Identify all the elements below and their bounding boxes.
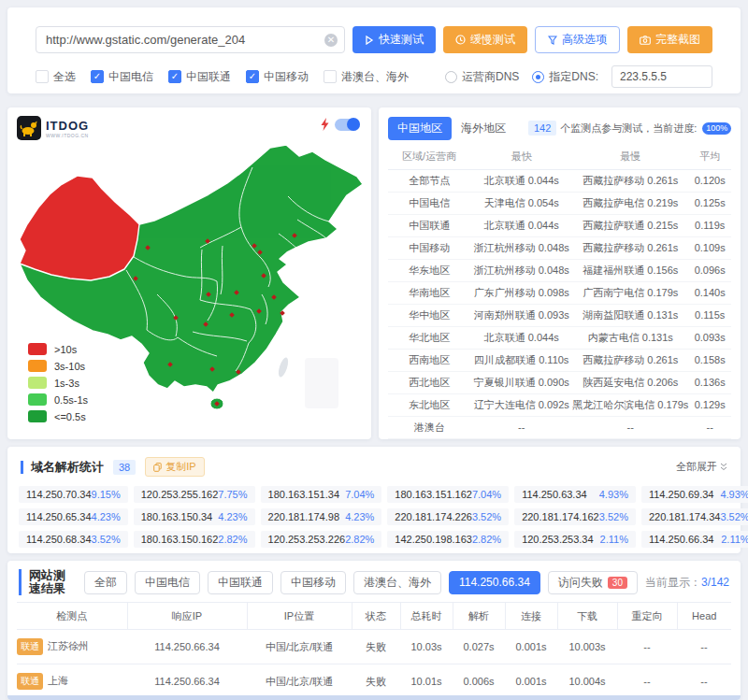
slow-test-button[interactable]: 缓慢测试 xyxy=(443,26,527,53)
dns-server-input[interactable] xyxy=(611,65,712,88)
dns-percent: 2.82% xyxy=(218,534,247,545)
dns-ip: 142.250.198.163 xyxy=(395,534,472,545)
region-table-row: 中国移动浙江杭州移动 0.048s西藏拉萨移动 0.261s0.109s xyxy=(388,236,731,259)
dns-ip-cell[interactable]: 114.250.69.344.93% xyxy=(641,486,748,503)
checkbox-item[interactable]: ✓中国移动 xyxy=(246,69,309,85)
dns-ip-cell[interactable]: 120.253.253.342.11% xyxy=(514,531,636,548)
status-cell: 失败 xyxy=(352,664,400,699)
legend-label: 3s-10s xyxy=(54,361,85,372)
radio-specified-dns[interactable]: 指定DNS: xyxy=(532,69,598,85)
dns-ip: 180.163.150.34 xyxy=(141,511,212,522)
speed-tab-访问失败[interactable]: 访问失败30 xyxy=(548,571,638,594)
region-table-row: 全部节点北京联通 0.044s西藏拉萨移动 0.261s0.120s xyxy=(388,169,731,192)
checkbox-item[interactable]: ✓中国联通 xyxy=(168,69,231,85)
expand-all-button[interactable]: 全部展开 xyxy=(676,460,727,474)
quick-test-button[interactable]: 快速测试 xyxy=(352,26,436,53)
checkbox-item[interactable]: 港澳台、海外 xyxy=(324,69,409,85)
advanced-options-button[interactable]: 高级选项 xyxy=(535,26,620,53)
region-table-row: 华东地区浙江杭州移动 0.048s福建福州联通 0.156s0.096s xyxy=(388,259,731,281)
radio-carrier-dns[interactable]: 运营商DNS xyxy=(445,69,519,85)
region-column-header: 平均 xyxy=(688,145,731,169)
map-mode-toggle[interactable] xyxy=(335,119,360,131)
region-column-header: 最慢 xyxy=(572,145,688,169)
dns-ip: 114.250.65.34 xyxy=(26,511,92,522)
isp-checkbox-group: 全选✓中国电信✓中国联通✓中国移动港澳台、海外 xyxy=(36,69,409,85)
legend-item: <=0.5s xyxy=(28,410,88,422)
dns-ip-cell[interactable]: 114.250.63.344.93% xyxy=(514,486,636,503)
region-cell: 中国电信 xyxy=(388,192,470,214)
redirect-cell: -- xyxy=(617,664,677,699)
speed-column-header: 重定向 xyxy=(617,603,677,630)
dns-ip: 180.163.151.34 xyxy=(268,489,339,500)
node-name: 上海 xyxy=(48,675,68,686)
dns-ip: 114.250.63.34 xyxy=(522,489,587,500)
legend-swatch xyxy=(28,393,47,406)
dns-ip-cell[interactable]: 220.181.174.984.23% xyxy=(261,508,382,525)
region-table-row: 华北地区北京联通 0.044s内蒙古电信 0.131s0.093s xyxy=(388,326,731,349)
dns-ip-cell[interactable]: 220.181.174.343.52% xyxy=(641,508,748,525)
region-cell: 黑龙江哈尔滨电信 0.179s xyxy=(572,393,688,416)
url-input[interactable] xyxy=(36,26,345,53)
full-screenshot-button[interactable]: 完整截图 xyxy=(627,26,712,53)
dns-ip-cell[interactable]: 142.250.198.1632.82% xyxy=(387,531,509,548)
clear-input-icon[interactable]: ✕ xyxy=(324,34,338,47)
checkbox-label: 中国移动 xyxy=(264,69,309,85)
head-cell: -- xyxy=(677,630,731,664)
region-cell: 0.129s xyxy=(688,393,731,416)
clock-icon xyxy=(455,35,466,45)
dns-ip-cell[interactable]: 114.250.65.344.23% xyxy=(19,508,128,525)
speed-tab-中国电信[interactable]: 中国电信 xyxy=(135,571,200,594)
dns-ip-cell[interactable]: 114.250.68.343.52% xyxy=(19,531,128,548)
region-cell: 0.158s xyxy=(688,349,731,371)
dns-ip-cell[interactable]: 180.163.150.344.23% xyxy=(134,508,255,525)
logo-subtitle: WWW.ITDOG.CN xyxy=(46,133,89,138)
region-cell: 中国移动 xyxy=(388,236,470,259)
dns-ip-cell[interactable]: 114.250.66.342.11% xyxy=(641,531,748,548)
node-cell: 联通江苏徐州 xyxy=(17,630,127,664)
dns-percent: 3.52% xyxy=(472,511,501,522)
dns-ip-grid: 114.250.70.349.15%120.253.255.1627.75%18… xyxy=(19,486,729,548)
region-cell: 华南地区 xyxy=(388,281,470,304)
region-cell: 0.140s xyxy=(688,281,731,304)
region-table-row: 西南地区四川成都联通 0.110s西藏拉萨移动 0.261s0.158s xyxy=(388,349,731,371)
checkbox-item[interactable]: ✓中国电信 xyxy=(91,69,153,85)
dns-ip-cell[interactable]: 220.181.174.2263.52% xyxy=(387,508,509,525)
checkbox-item[interactable]: 全选 xyxy=(36,69,76,85)
speed-filter-tabs: 全部中国电信中国联通中国移动港澳台、海外114.250.66.34访问失败30 xyxy=(84,571,638,594)
tab-china-region[interactable]: 中国地区 xyxy=(388,117,452,140)
region-xinjiang-slow xyxy=(20,176,139,280)
region-cell: 华中地区 xyxy=(388,304,470,326)
dns-percent: 7.75% xyxy=(218,489,247,500)
dns-ip: 114.250.68.34 xyxy=(26,534,92,545)
dns-percent: 7.04% xyxy=(345,489,374,500)
head-cell: -- xyxy=(677,664,731,699)
dns-percent: 3.52% xyxy=(92,534,121,545)
dns-ip-cell[interactable]: 180.163.150.1622.82% xyxy=(134,531,255,548)
region-cell: 0.136s xyxy=(688,371,731,393)
dns-ip-cell[interactable]: 180.163.151.347.04% xyxy=(261,486,382,503)
copy-ip-button[interactable]: 复制IP xyxy=(145,457,204,477)
dns-percent: 2.11% xyxy=(721,534,748,545)
dns-ip-cell[interactable]: 220.181.174.1623.52% xyxy=(514,508,636,525)
speed-tab-港澳台、海外[interactable]: 港澳台、海外 xyxy=(353,571,441,594)
dns-ip: 114.250.66.34 xyxy=(649,534,714,545)
speed-tab-114.250.66.34[interactable]: 114.250.66.34 xyxy=(449,571,540,594)
dns-ip: 220.181.174.162 xyxy=(522,511,599,522)
dns-ip: 120.253.253.34 xyxy=(522,534,593,545)
speed-tab-全部[interactable]: 全部 xyxy=(84,571,127,594)
dns-ip-cell[interactable]: 120.253.253.2262.82% xyxy=(261,531,382,548)
speed-tab-中国联通[interactable]: 中国联通 xyxy=(208,571,273,594)
dns-percent: 2.82% xyxy=(472,534,501,545)
tab-overseas-region[interactable]: 海外地区 xyxy=(452,117,515,140)
speed-tab-中国移动[interactable]: 中国移动 xyxy=(280,571,346,594)
region-cell: 北京联通 0.044s xyxy=(470,326,572,349)
dns-ip-cell[interactable]: 120.253.255.1627.75% xyxy=(134,486,255,503)
region-cell: 北京联通 0.044s xyxy=(470,214,572,236)
speed-column-header: 状态 xyxy=(352,603,400,630)
region-cell: 华东地区 xyxy=(388,259,470,281)
region-cell: 西藏拉萨电信 0.219s xyxy=(572,192,688,214)
dns-ip-cell[interactable]: 114.250.70.349.15% xyxy=(19,486,128,503)
dns-ip-cell[interactable]: 180.163.151.1627.04% xyxy=(387,486,509,503)
dns-percent: 3.52% xyxy=(599,511,628,522)
lightning-icon xyxy=(321,118,329,131)
